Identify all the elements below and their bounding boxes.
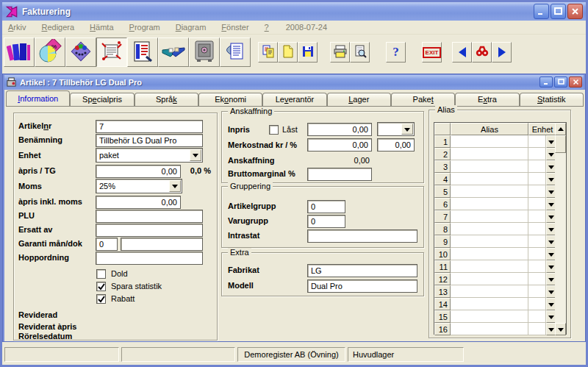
alias-row-number[interactable]: 6 [434, 198, 451, 210]
alias-cell[interactable] [451, 285, 528, 298]
merkostnad-kr-field[interactable]: 0,00 [307, 138, 372, 152]
merkostnad-pct-field[interactable]: 0,00 [377, 138, 415, 152]
enhet-cell[interactable] [528, 160, 546, 173]
apris-field[interactable]: 0,00 [96, 165, 181, 178]
garanti-man-field[interactable]: 0 [96, 238, 118, 251]
alias-header-enhet[interactable]: Enhet [528, 123, 556, 135]
enhet-cell[interactable] [528, 273, 546, 285]
artikel-titlebar[interactable]: Artikel : 7 Tillbehör LG Dual Pro [4, 75, 584, 89]
alias-cell[interactable] [451, 260, 528, 273]
modell-field[interactable]: Dual Pro [307, 279, 417, 293]
enhet-cell[interactable] [528, 310, 546, 323]
rabatt-checkbox[interactable] [96, 294, 106, 304]
alias-cell[interactable] [451, 273, 528, 285]
artikel-maximize-button[interactable] [554, 76, 567, 88]
alias-cell[interactable] [451, 310, 528, 323]
moms-dropdown-icon[interactable] [169, 180, 181, 192]
handshake-button[interactable] [158, 38, 189, 67]
alias-row-number[interactable]: 4 [434, 173, 451, 185]
alias-cell[interactable] [451, 135, 528, 148]
inpris-field[interactable]: 0,00 [307, 123, 372, 136]
alias-cell[interactable] [451, 235, 528, 248]
alias-row-number[interactable]: 12 [434, 273, 451, 285]
plu-field[interactable] [96, 210, 203, 223]
alias-row-number[interactable]: 8 [434, 223, 451, 235]
alias-row-number[interactable]: 13 [434, 285, 451, 298]
minimize-button[interactable] [534, 4, 549, 19]
alias-row-number[interactable]: 15 [434, 310, 451, 323]
enhet-cell[interactable] [528, 135, 546, 148]
scroll-thumb[interactable] [555, 135, 566, 153]
artikelgrupp-field[interactable]: 0 [307, 200, 345, 213]
tab-statistik[interactable]: Statistik [520, 93, 584, 106]
moms-combobox[interactable]: 25% [96, 179, 182, 193]
enhet-cell[interactable] [528, 323, 546, 335]
safe-button[interactable] [189, 38, 220, 67]
menu-item-fonster[interactable]: Fönster [221, 23, 248, 32]
enhet-cell[interactable] [528, 223, 546, 235]
help-button[interactable]: ? [386, 42, 406, 63]
scroll-down-icon[interactable] [555, 323, 566, 335]
menu-item-diagram[interactable]: Diagram [176, 23, 207, 32]
alias-row-number[interactable]: 7 [434, 210, 451, 223]
alias-row-number[interactable]: 10 [434, 248, 451, 260]
enhet-cell[interactable] [528, 148, 546, 160]
intrastat-field[interactable] [307, 229, 417, 243]
enhet-cell[interactable] [528, 285, 546, 298]
inpris-unit-dropdown-icon[interactable] [401, 124, 413, 135]
varugrupp-field[interactable]: 0 [307, 215, 345, 228]
hoppordning-field[interactable] [96, 252, 203, 265]
alias-cell[interactable] [451, 185, 528, 198]
menu-item-help[interactable]: ? [265, 23, 269, 32]
tab-lager[interactable]: Lager [327, 93, 391, 106]
alias-row-number[interactable]: 2 [434, 148, 451, 160]
alias-cell[interactable] [451, 248, 528, 260]
enhet-cell[interactable] [528, 260, 546, 273]
network-people-button[interactable] [65, 38, 96, 67]
alias-cell[interactable] [451, 210, 528, 223]
next-record-button[interactable] [492, 42, 512, 63]
bruttomarginal-field[interactable] [307, 168, 372, 181]
garanti-dok-field[interactable] [121, 238, 203, 251]
dold-checkbox[interactable] [96, 269, 106, 279]
copy-button[interactable] [258, 42, 278, 63]
save-button[interactable] [298, 42, 318, 63]
enhet-cell[interactable] [528, 248, 546, 260]
alias-row-number[interactable]: 3 [434, 160, 451, 173]
maximize-button[interactable] [551, 4, 566, 19]
alias-row-number[interactable]: 9 [434, 235, 451, 248]
alias-row-number[interactable]: 11 [434, 260, 451, 273]
artikelnr-field[interactable]: 7 [96, 120, 203, 133]
tab-specialpris[interactable]: Specialpris [70, 93, 134, 106]
alias-cell[interactable] [451, 160, 528, 173]
menu-item-redigera[interactable]: Redigera [41, 23, 74, 32]
scroll-up-icon[interactable] [555, 123, 566, 135]
alias-cell[interactable] [451, 148, 528, 160]
benamning-field[interactable]: Tillbehör LG Dual Pro [96, 134, 203, 147]
enhet-dropdown-icon[interactable] [190, 149, 201, 161]
alias-row-number[interactable]: 14 [434, 298, 451, 310]
search-button[interactable] [472, 42, 492, 63]
alias-header-alias[interactable]: Alias [451, 123, 528, 135]
pie-chart-button[interactable]: % [35, 38, 65, 67]
artikel-close-button[interactable] [569, 76, 582, 88]
alias-cell[interactable] [451, 198, 528, 210]
new-document-button[interactable] [278, 42, 298, 63]
enhet-cell[interactable] [528, 298, 546, 310]
enhet-combobox[interactable]: paket [96, 148, 203, 163]
alias-row-number[interactable]: 5 [434, 185, 451, 198]
alias-row-number[interactable]: 1 [434, 135, 451, 148]
enhet-cell[interactable] [528, 173, 546, 185]
spara-statistik-checkbox[interactable] [96, 282, 106, 291]
alias-row-number[interactable]: 16 [434, 323, 451, 335]
alias-header-corner[interactable] [434, 123, 451, 135]
enhet-cell[interactable] [528, 198, 546, 210]
tab-paket[interactable]: Paket [391, 93, 455, 106]
tab-ekonomi[interactable]: Ekonomi [198, 93, 262, 106]
print-preview-button[interactable] [350, 42, 370, 63]
previous-record-button[interactable] [452, 42, 472, 63]
alias-cell[interactable] [451, 298, 528, 310]
artikel-minimize-button[interactable] [539, 76, 553, 88]
main-titlebar[interactable]: Fakturering [2, 2, 586, 21]
last-checkbox[interactable] [269, 125, 279, 135]
